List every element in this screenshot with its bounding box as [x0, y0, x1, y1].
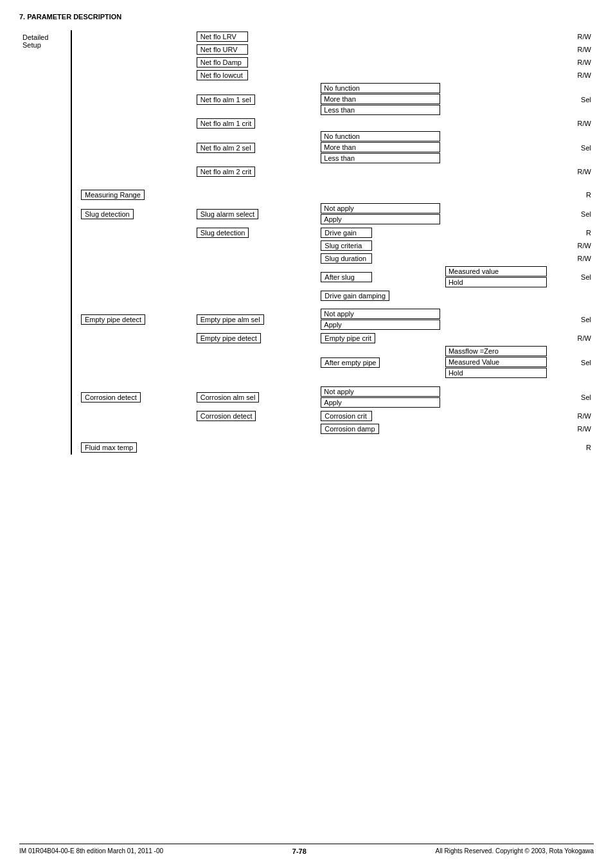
col2-cell: [194, 252, 319, 265]
option-more-than: More than: [321, 142, 440, 152]
table-row: Slug detection Slug alarm select Not app…: [78, 202, 594, 226]
option-no-function: No function: [321, 131, 440, 141]
option-apply: Apply: [321, 397, 440, 408]
rw-cell: Sel: [549, 307, 594, 332]
table-row: Net flo alm 1 sel No function More than …: [78, 82, 594, 117]
rw-cell: Sel: [549, 130, 594, 165]
col2-cell: Net flo alm 2 crit: [194, 165, 319, 178]
param-box: Net flo alm 1 sel: [197, 95, 255, 105]
table-row: After slug Measured value Hold Sel: [78, 265, 594, 289]
param-box: Empty pipe detect: [81, 314, 145, 325]
table-row: Empty pipe detect Empty pipe crit R/W: [78, 332, 594, 345]
col3-cell: No function More than Less than: [318, 130, 443, 165]
param-box: Slug detection: [197, 228, 249, 238]
table-row: Corrosion detect Corrosion crit R/W: [78, 410, 594, 422]
col1-cell: Fluid max temp: [78, 440, 194, 455]
rw-cell: Sel: [549, 82, 594, 117]
param-table-area: Net flo LRV R/W Net flo URV: [78, 30, 594, 455]
param-box: Net flo Damp: [197, 57, 248, 68]
table-row: Net flo lowcut R/W: [78, 69, 594, 82]
param-box: Slug criteria: [321, 240, 372, 251]
param-box: Corrosion crit: [321, 411, 372, 421]
param-box: After empty pipe: [321, 357, 380, 368]
col3-cell: [318, 440, 443, 455]
col3-cell: Not apply Apply: [318, 307, 443, 332]
table-row: Measuring Range R: [78, 188, 594, 202]
param-box: Slug alarm select: [197, 209, 258, 219]
section-header: 7. PARAMETER DESCRIPTION: [19, 13, 594, 24]
rw-cell: R: [549, 226, 594, 239]
option-apply: Apply: [321, 320, 440, 330]
left-label-detailed: Detailed Setup: [19, 30, 48, 49]
col4-cell: Massflow =Zero Measured Value Hold: [443, 345, 549, 380]
option-less-than: Less than: [321, 105, 440, 115]
option-not-apply: Not apply: [321, 386, 440, 397]
table-row: Corrosion detect Corrosion alm sel Not a…: [78, 385, 594, 410]
rw-cell: Sel: [549, 265, 594, 289]
col2-cell: Net flo alm 2 sel: [194, 130, 319, 165]
col2-cell: Net flo alm 1 sel: [194, 82, 319, 117]
table-row: Drive gain damping: [78, 289, 594, 302]
spacer-row: [78, 302, 594, 307]
param-box: Corrosion alm sel: [197, 392, 260, 402]
param-box: Corrosion damp: [321, 424, 378, 434]
col1-cell: [78, 82, 194, 117]
col3-cell: [318, 165, 443, 178]
col2-cell: [194, 422, 319, 435]
col4-cell: [443, 165, 549, 178]
rw-cell: R/W: [549, 43, 594, 56]
rw-cell: R/W: [549, 422, 594, 435]
col4-cell: [443, 332, 549, 345]
table-row: Net flo alm 1 crit R/W: [78, 117, 594, 130]
col3-cell: [318, 117, 443, 130]
col3-cell: [318, 43, 443, 56]
option-more-than: More than: [321, 94, 440, 104]
option-apply: Apply: [321, 214, 440, 224]
option-no-function: No function: [321, 83, 440, 93]
col2-cell: [194, 289, 319, 302]
col4-cell: [443, 30, 549, 43]
col3-cell: After slug: [318, 265, 443, 289]
rw-cell: R: [549, 188, 594, 202]
col1-cell: [78, 239, 194, 252]
col1-cell: [78, 345, 194, 380]
col3-cell: Slug duration: [318, 252, 443, 265]
col3-cell: [318, 30, 443, 43]
table-row: Slug criteria R/W: [78, 239, 594, 252]
col1-cell: [78, 130, 194, 165]
table-row: Slug duration R/W: [78, 252, 594, 265]
col1-cell: Corrosion detect: [78, 385, 194, 410]
col2-cell: Net flo lowcut: [194, 69, 319, 82]
col1-cell: [78, 30, 194, 43]
param-table: Net flo LRV R/W Net flo URV: [78, 30, 594, 455]
col3-cell: Corrosion crit: [318, 410, 443, 422]
col3-cell: Drive gain: [318, 226, 443, 239]
col2-cell: Slug detection: [194, 226, 319, 239]
param-box: Net flo lowcut: [197, 70, 248, 80]
col1-cell: [78, 56, 194, 69]
param-box: Net flo URV: [197, 44, 248, 55]
option-not-apply: Not apply: [321, 203, 440, 213]
param-box: Net flo alm 2 sel: [197, 143, 255, 153]
col2-cell: Corrosion detect: [194, 410, 319, 422]
col3-cell: Slug criteria: [318, 239, 443, 252]
col4-cell: [443, 307, 549, 332]
col3-cell: Empty pipe crit: [318, 332, 443, 345]
rw-cell: R/W: [549, 69, 594, 82]
col2-cell: [194, 440, 319, 455]
options-group: No function More than Less than: [321, 83, 440, 115]
rw-cell: R/W: [549, 30, 594, 43]
col4-cell: [443, 239, 549, 252]
rw-cell: R/W: [549, 410, 594, 422]
option-not-apply: Not apply: [321, 309, 440, 319]
param-box: Corrosion detect: [81, 392, 141, 402]
col4-cell: [443, 69, 549, 82]
rw-cell: R/W: [549, 117, 594, 130]
col2-cell: Net flo URV: [194, 43, 319, 56]
col3-cell: No function More than Less than: [318, 82, 443, 117]
col1-cell: [78, 252, 194, 265]
col4-cell: [443, 188, 549, 202]
col1-cell: [78, 265, 194, 289]
col3-cell: Corrosion damp: [318, 422, 443, 435]
options-group: Massflow =Zero Measured Value Hold: [445, 346, 547, 378]
